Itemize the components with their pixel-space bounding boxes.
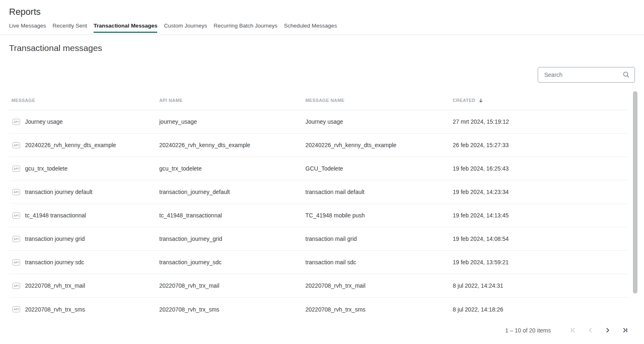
transactional-messages-table: MESSAGE API NAME MESSAGE NAME CREATED AP…	[9, 91, 628, 321]
tab-transactional-messages[interactable]: Transactional Messages	[94, 22, 157, 33]
sort-descending-icon	[478, 98, 484, 103]
api-name-cell: 20240226_rvh_kenny_dts_example	[159, 142, 305, 148]
previous-page-icon	[587, 327, 594, 333]
column-header-message[interactable]: MESSAGE	[9, 98, 159, 103]
table-header-row: MESSAGE API NAME MESSAGE NAME CREATED	[9, 91, 628, 110]
table-row[interactable]: API 20220708_rvh_trx_sms 20220708_rvh_tr…	[9, 298, 628, 321]
created-cell: 19 feb 2024, 14:23:34	[453, 189, 628, 195]
first-page-icon	[570, 327, 576, 333]
message-cell: API gcu_trx_todelete	[9, 165, 159, 172]
message-name-cell: transaction mail grid	[305, 235, 453, 242]
api-name-cell: 20220708_rvh_trx_mail	[159, 282, 305, 289]
tab-live-messages[interactable]: Live Messages	[9, 22, 46, 33]
pagination-range-label: 1 – 10 of 20 items	[505, 327, 551, 334]
message-cell: API transaction journey sdc	[9, 259, 159, 266]
header-divider	[0, 35, 644, 35]
created-cell: 26 feb 2024, 15:27:33	[453, 142, 628, 148]
message-cell-text: gcu_trx_todelete	[25, 165, 68, 172]
api-name-cell: tc_41948_transactionnal	[159, 212, 305, 219]
api-name-cell: journey_usage	[159, 118, 305, 125]
table-row[interactable]: API 20220708_rvh_trx_mail 20220708_rvh_t…	[9, 274, 628, 298]
next-page-icon	[605, 327, 611, 333]
table-row[interactable]: API tc_41948 transactionnal tc_41948_tra…	[9, 204, 628, 227]
api-badge-icon: API	[12, 142, 20, 148]
api-name-cell: transaction_journey_default	[159, 189, 305, 195]
created-cell: 19 feb 2024, 13:59:21	[453, 259, 628, 266]
tab-bar: Live Messages Recently Sent Transactiona…	[9, 22, 644, 33]
created-cell: 19 feb 2024, 16:25:43	[453, 165, 628, 172]
api-badge-icon: API	[12, 236, 20, 242]
created-cell: 19 feb 2024, 14:13:45	[453, 212, 628, 219]
api-badge-icon: API	[12, 166, 20, 172]
api-badge-icon: API	[12, 259, 20, 266]
api-name-cell: transaction_journey_sdc	[159, 259, 305, 266]
api-badge-icon: API	[12, 212, 20, 219]
page-title: Reports	[0, 0, 644, 18]
last-page-icon	[622, 327, 628, 333]
api-name-cell: 20220708_rvh_trx_sms	[159, 306, 305, 313]
last-page-button[interactable]	[621, 327, 628, 334]
message-name-cell: Journey usage	[305, 118, 453, 125]
vertical-scrollbar[interactable]	[633, 91, 637, 293]
message-name-cell: transaction mail default	[305, 189, 453, 195]
pagination-bar: 1 – 10 of 20 items	[0, 321, 644, 339]
message-cell-text: 20220708_rvh_trx_sms	[25, 306, 85, 313]
tab-custom-journeys[interactable]: Custom Journeys	[164, 22, 207, 33]
column-header-api-name[interactable]: API NAME	[159, 98, 305, 103]
created-cell: 19 feb 2024, 14:08:54	[453, 235, 628, 242]
message-cell: API transaction journey default	[9, 189, 159, 195]
next-page-button[interactable]	[604, 327, 611, 334]
message-name-cell: transaction mail sdc	[305, 259, 453, 266]
table-row[interactable]: API gcu_trx_todelete gcu_trx_todelete GC…	[9, 157, 628, 180]
section-title: Transactional messages	[9, 42, 644, 54]
message-cell: API 20240226_rvh_kenny_dts_example	[9, 142, 159, 148]
message-name-cell: 20240226_rvh_kenny_dts_example	[305, 142, 453, 148]
reports-page: Reports Live Messages Recently Sent Tran…	[0, 0, 644, 344]
column-header-message-name[interactable]: MESSAGE NAME	[305, 98, 453, 103]
message-cell-text: 20220708_rvh_trx_mail	[25, 282, 85, 289]
message-cell: API transaction journey grid	[9, 235, 159, 242]
api-badge-icon: API	[12, 119, 20, 125]
table-row[interactable]: API Journey usage journey_usage Journey …	[9, 110, 628, 134]
api-badge-icon: API	[12, 283, 20, 289]
message-name-cell: 20220708_rvh_trx_mail	[305, 282, 453, 289]
api-name-cell: gcu_trx_todelete	[159, 165, 305, 172]
api-badge-icon: API	[12, 306, 20, 312]
table-row[interactable]: API transaction journey sdc transaction_…	[9, 251, 628, 274]
table-row[interactable]: API transaction journey default transact…	[9, 180, 628, 204]
table-row[interactable]: API transaction journey grid transaction…	[9, 227, 628, 251]
message-cell: API tc_41948 transactionnal	[9, 212, 159, 219]
table-row[interactable]: API 20240226_rvh_kenny_dts_example 20240…	[9, 134, 628, 157]
tab-recently-sent[interactable]: Recently Sent	[53, 22, 87, 33]
previous-page-button[interactable]	[587, 327, 594, 334]
message-cell: API Journey usage	[9, 118, 159, 125]
created-cell: 8 jul 2022, 14:18:26	[453, 306, 628, 313]
message-cell-text: transaction journey grid	[25, 235, 85, 242]
message-cell: API 20220708_rvh_trx_mail	[9, 282, 159, 289]
first-page-button[interactable]	[570, 327, 576, 334]
tab-scheduled-messages[interactable]: Scheduled Messages	[284, 22, 337, 33]
message-cell-text: tc_41948 transactionnal	[25, 212, 86, 219]
search-icon	[623, 71, 630, 78]
api-name-cell: transaction_journey_grid	[159, 235, 305, 242]
search-box	[538, 67, 635, 83]
api-badge-icon: API	[12, 189, 20, 195]
message-name-cell: TC_41948 mobile push	[305, 212, 453, 219]
search-row	[0, 67, 644, 83]
created-cell: 27 mrt 2024, 15:19:12	[453, 118, 628, 125]
message-cell-text: 20240226_rvh_kenny_dts_example	[25, 142, 116, 148]
message-cell: API 20220708_rvh_trx_sms	[9, 306, 159, 313]
search-input[interactable]	[538, 67, 635, 83]
column-header-created[interactable]: CREATED	[453, 98, 628, 103]
table-body: API Journey usage journey_usage Journey …	[9, 110, 628, 321]
message-name-cell: GCU_Todelete	[305, 165, 453, 172]
message-cell-text: transaction journey sdc	[25, 259, 84, 266]
column-header-created-label: CREATED	[453, 98, 475, 103]
message-name-cell: 20220708_rvh_trx_sms	[305, 306, 453, 313]
message-cell-text: Journey usage	[25, 118, 63, 125]
message-cell-text: transaction journey default	[25, 189, 92, 195]
created-cell: 8 jul 2022, 14:24:31	[453, 282, 628, 289]
tab-recurring-batch-journeys[interactable]: Recurring Batch Journeys	[213, 22, 277, 33]
